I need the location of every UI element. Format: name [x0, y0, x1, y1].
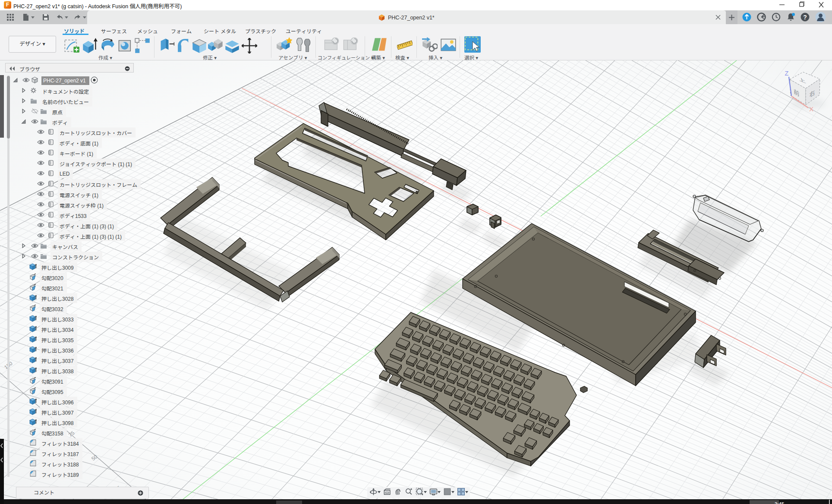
svg-text:Z: Z — [785, 70, 789, 77]
svg-text:?: ? — [803, 14, 807, 21]
svg-text:X: X — [809, 106, 813, 113]
